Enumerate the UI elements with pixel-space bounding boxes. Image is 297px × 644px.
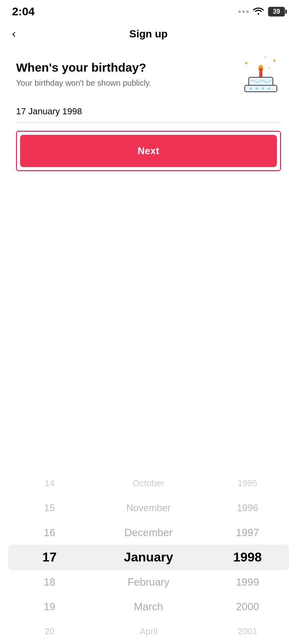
- picker-item: 1997: [198, 520, 297, 545]
- picker-item: 2001: [198, 619, 297, 644]
- birthday-subtitle: Your birthday won't be shown publicly.: [16, 78, 151, 88]
- picker-item-selected: 1998: [198, 545, 297, 570]
- svg-point-12: [268, 87, 270, 90]
- picker-item: February: [99, 570, 198, 594]
- picker-item: 20: [0, 619, 99, 644]
- main-content: When's your birthday? Your birthday won'…: [0, 46, 297, 171]
- picker-item-selected: 17: [0, 545, 99, 570]
- picker-item: November: [99, 495, 198, 520]
- svg-point-10: [256, 87, 258, 90]
- svg-point-9: [250, 87, 252, 90]
- svg-point-11: [262, 87, 264, 90]
- picker-item-selected: January: [99, 545, 198, 570]
- picker-item: 1999: [198, 570, 297, 594]
- picker-item: 1996: [198, 495, 297, 520]
- picker-item: 18: [0, 570, 99, 594]
- date-picker[interactable]: 14 15 16 17 18 19 20 October November De…: [0, 471, 297, 644]
- status-bar: 2:04 39: [0, 0, 297, 22]
- back-button[interactable]: ‹: [12, 27, 16, 40]
- status-time: 2:04: [12, 5, 35, 18]
- picker-item: 15: [0, 495, 99, 520]
- picker-item: October: [99, 471, 198, 495]
- wifi-icon: [253, 6, 264, 17]
- svg-text:+: +: [268, 66, 270, 70]
- picker-item: 16: [0, 520, 99, 545]
- picker-item: April: [99, 619, 198, 644]
- picker-item: 14: [0, 471, 99, 495]
- birthday-text: When's your birthday? Your birthday won'…: [16, 61, 151, 88]
- svg-text:✦: ✦: [272, 58, 277, 64]
- month-column[interactable]: October November December January Februa…: [99, 471, 198, 644]
- svg-text:✦: ✦: [244, 60, 249, 66]
- page-title: Sign up: [129, 28, 168, 40]
- picker-item: 2000: [198, 594, 297, 619]
- day-column[interactable]: 14 15 16 17 18 19 20: [0, 471, 99, 644]
- nav-bar: ‹ Sign up: [0, 22, 297, 46]
- year-column[interactable]: 1995 1996 1997 1998 1999 2000 2001: [198, 471, 297, 644]
- birthday-header: When's your birthday? Your birthday won'…: [16, 54, 281, 94]
- next-button-wrapper: Next: [16, 131, 281, 171]
- picker-item: 19: [0, 594, 99, 619]
- picker-item: December: [99, 520, 198, 545]
- picker-item: March: [99, 594, 198, 619]
- status-icons: 39: [238, 6, 285, 17]
- signal-icon: [238, 10, 249, 13]
- date-display: 17 January 1998: [16, 106, 281, 123]
- cake-icon: ✦ + ✦ +: [241, 54, 281, 94]
- birthday-question: When's your birthday?: [16, 61, 151, 74]
- next-button[interactable]: Next: [20, 135, 277, 167]
- battery-icon: 39: [268, 7, 285, 17]
- picker-columns: 14 15 16 17 18 19 20 October November De…: [0, 471, 297, 644]
- svg-text:+: +: [264, 55, 266, 60]
- picker-item: 1995: [198, 471, 297, 495]
